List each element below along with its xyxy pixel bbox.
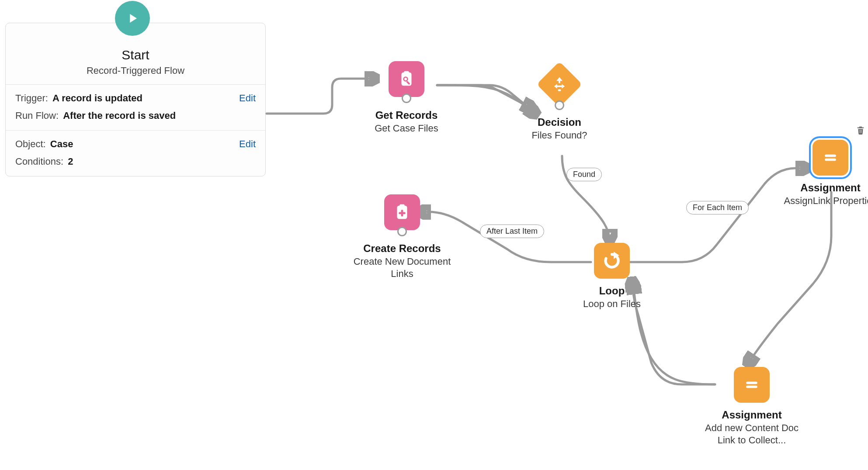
edge-label-for-each[interactable]: For Each Item (686, 201, 749, 214)
loop-subtitle: Loop on Files (559, 298, 664, 310)
assignment-top-subtitle: AssignLink Properties (782, 195, 868, 207)
decision-title: Decision (507, 116, 612, 128)
svg-rect-13 (399, 212, 405, 214)
get-records-icon (389, 61, 424, 97)
decision-node[interactable]: Decision Files Found? (507, 66, 612, 142)
svg-rect-6 (825, 155, 836, 157)
loop-title: Loop (559, 285, 664, 297)
assignment-icon (734, 367, 770, 403)
loop-icon (594, 243, 630, 279)
trash-icon[interactable] (856, 125, 865, 137)
get-records-subtitle: Get Case Files (354, 122, 459, 135)
loop-node[interactable]: Loop Loop on Files (559, 243, 664, 310)
connector-port[interactable] (555, 100, 564, 110)
get-records-title: Get Records (354, 109, 459, 121)
start-play-icon[interactable] (115, 1, 150, 36)
svg-rect-9 (746, 386, 757, 388)
flow-canvas[interactable]: Start Record-Triggered Flow Trigger: A r… (0, 0, 868, 470)
assignment-icon (812, 140, 848, 176)
svg-rect-1 (404, 71, 409, 75)
assignment-addcontent-node[interactable]: Assignment Add new Content Doc Link to C… (695, 367, 809, 446)
assignment-bottom-title: Assignment (695, 409, 809, 421)
decision-subtitle: Files Found? (507, 129, 612, 142)
svg-rect-8 (746, 382, 757, 384)
get-records-node[interactable]: Get Records Get Case Files (354, 61, 459, 135)
assignment-top-title: Assignment (782, 182, 868, 194)
edge-label-found[interactable]: Found (566, 168, 602, 181)
svg-point-4 (404, 78, 407, 80)
connector-port[interactable] (397, 227, 407, 236)
edge-label-after-last[interactable]: After Last Item (480, 225, 544, 238)
decision-icon (541, 66, 578, 103)
create-records-node[interactable]: Create Records Create New Document Links (345, 194, 459, 280)
connector-port[interactable] (402, 93, 411, 103)
create-records-icon (384, 194, 420, 230)
svg-rect-7 (825, 159, 836, 161)
create-records-title: Create Records (345, 242, 459, 255)
assignment-assignlink-node[interactable]: Assignment AssignLink Properties (782, 140, 868, 207)
create-records-subtitle: Create New Document Links (350, 256, 455, 280)
svg-rect-11 (399, 204, 405, 208)
svg-rect-5 (558, 89, 561, 91)
assignment-bottom-subtitle: Add new Content Doc Link to Collect... (699, 422, 804, 446)
